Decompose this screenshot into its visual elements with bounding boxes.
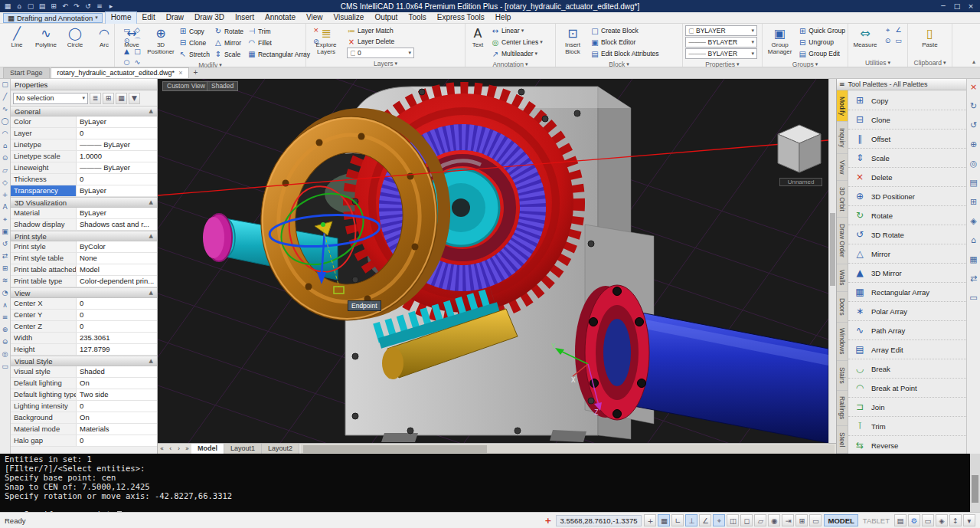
status-toggle[interactable]: ◉ xyxy=(768,514,780,526)
ribbon-button[interactable]: ◯ Circle xyxy=(60,25,90,48)
right-toolbar-icon[interactable]: ⇄ xyxy=(970,274,977,284)
ribbon-small-button[interactable]: ↔ Linear ▾ xyxy=(491,25,543,36)
palette-item[interactable]: ◡ Break xyxy=(848,359,966,379)
viewport-horizontal-scrollbar[interactable] xyxy=(301,444,835,454)
palette-item[interactable]: ⊐ Join xyxy=(848,398,966,417)
selection-dropdown[interactable]: No selection ▾ xyxy=(13,93,88,104)
property-row[interactable]: Shadow display Shadows cast and r... xyxy=(11,219,157,231)
left-toolbar-icon[interactable]: ▱ xyxy=(2,166,8,174)
quick-access-icon[interactable]: ↷ xyxy=(72,2,81,10)
ribbon-button[interactable]: ∿ Polyline xyxy=(31,25,60,48)
left-toolbar-icon[interactable]: ◯ xyxy=(1,117,8,125)
left-toolbar-icon[interactable]: ◠ xyxy=(2,130,8,137)
left-toolbar-icon[interactable]: ▣ xyxy=(2,228,8,235)
ribbon-small-button[interactable]: ◠ Fillet xyxy=(247,38,310,48)
status-icon[interactable]: ▾ xyxy=(963,514,975,526)
status-toggle[interactable]: ⊞ xyxy=(795,514,808,526)
ribbon-small-button[interactable]: ⊞ Quick Group xyxy=(798,25,845,36)
window-control-button[interactable]: ─ xyxy=(937,2,949,10)
section-header[interactable]: Print style▲ xyxy=(11,231,157,241)
ribbon-small-button[interactable]: ≔ Layer Match xyxy=(347,25,414,36)
left-toolbar-icon[interactable]: ◇ xyxy=(2,179,8,186)
palette-tab[interactable]: Draw Order xyxy=(837,218,848,264)
quick-access-icon[interactable]: ▤ xyxy=(38,2,47,10)
property-row[interactable]: Material ByLayer xyxy=(11,208,157,219)
ribbon-small-button[interactable]: ▦ Rectangular Array xyxy=(247,49,310,60)
menu-item[interactable]: Draw xyxy=(161,12,189,24)
left-toolbar-icon[interactable]: ╱ xyxy=(3,93,7,100)
status-toggle[interactable]: ⌖ xyxy=(713,514,725,526)
ribbon-button[interactable]: ╱ Line xyxy=(2,25,31,48)
ribbon-mini-button[interactable]: ⊙ xyxy=(883,36,893,46)
right-toolbar-icon[interactable]: ⌂ xyxy=(971,235,976,245)
property-row[interactable]: Lighting intensity 0 xyxy=(11,401,157,412)
text-button[interactable]: A Text xyxy=(468,25,488,48)
window-control-button[interactable]: □ xyxy=(951,2,963,10)
right-toolbar-icon[interactable]: ⊕ xyxy=(970,139,977,149)
command-console[interactable]: Entities in set: 1[FIlter/?]/<Select ent… xyxy=(0,454,980,512)
status-toggle[interactable]: ∟ xyxy=(671,514,684,526)
tab-scroll-arrow[interactable]: › xyxy=(175,445,183,452)
status-icon[interactable]: ⚙ xyxy=(908,514,920,526)
model-space-button[interactable]: MODEL xyxy=(824,514,858,526)
scrollbar-thumb[interactable] xyxy=(303,445,487,453)
tablet-button[interactable]: TABLET xyxy=(861,517,892,525)
property-row[interactable]: Transparency ByLayer xyxy=(11,185,157,197)
left-toolbar-icon[interactable]: ⌂ xyxy=(3,142,8,149)
palette-tab[interactable]: Steel xyxy=(837,426,848,454)
palette-tab[interactable]: 3D Orbit xyxy=(837,181,848,218)
ribbon-small-button[interactable]: □ Create Block xyxy=(590,25,659,36)
status-toggle[interactable]: + xyxy=(644,514,656,526)
left-toolbar-icon[interactable]: ⊞ xyxy=(2,264,8,272)
ribbon-mini-button[interactable]: ▭ xyxy=(893,36,903,46)
property-row[interactable]: Background On xyxy=(11,412,157,424)
ribbon-group-label-clipboard[interactable]: Clipboard▾ xyxy=(908,58,952,67)
menu-item[interactable]: Help xyxy=(490,12,517,24)
viewport-canvas[interactable] xyxy=(158,79,828,443)
insert-block-button[interactable]: ⊡ Insert Block xyxy=(558,25,587,55)
explore-layers-button[interactable]: ≣ Explore Layers xyxy=(309,25,344,55)
property-row[interactable]: Thickness 0 xyxy=(11,174,157,185)
layout-tab[interactable]: Layout1 xyxy=(224,444,262,454)
properties-tool-button[interactable]: ▼ xyxy=(129,93,140,104)
console-prompt-line[interactable]: Specify move point: xyxy=(5,500,975,510)
custom-view-button[interactable]: Custom View xyxy=(162,81,210,91)
palette-tab[interactable]: Inquiry xyxy=(837,122,848,154)
quick-access-icon[interactable]: ▢ xyxy=(26,2,35,10)
left-toolbar-icon[interactable]: ⌖ xyxy=(3,215,7,223)
ribbon-small-button[interactable]: × Layer Delete xyxy=(347,36,414,47)
palette-item[interactable]: ↺ 3D Rotate xyxy=(848,225,966,244)
palette-item[interactable]: ▤ Array Edit xyxy=(848,340,966,359)
group-manager-button[interactable]: ▣ Group Manager xyxy=(765,25,795,55)
paste-button[interactable]: ▯ Paste xyxy=(916,25,945,48)
ribbon-collapse-button[interactable]: ▴ xyxy=(972,58,975,65)
layout-tab[interactable]: Layout2 xyxy=(262,444,299,454)
ribbon-small-button[interactable]: ↖ Stretch xyxy=(178,49,210,60)
property-row[interactable]: Center Z 0 xyxy=(11,321,157,333)
quick-access-icon[interactable]: ≡ xyxy=(95,2,104,10)
palette-item[interactable]: ∗ Polar Array xyxy=(848,302,966,321)
property-row[interactable]: Color ByLayer xyxy=(11,116,157,128)
left-toolbar-icon[interactable]: ≡ xyxy=(2,313,8,321)
ribbon-button[interactable]: ⊕ 3D Positioner xyxy=(146,25,175,55)
right-toolbar-icon[interactable]: ▦ xyxy=(969,254,977,264)
section-header[interactable]: View▲ xyxy=(11,287,157,298)
section-header[interactable]: Visual Style▲ xyxy=(11,356,157,366)
property-row[interactable]: Default lighting type Two side xyxy=(11,389,157,401)
status-toggle[interactable]: ▭ xyxy=(809,514,822,526)
ribbon-small-button[interactable]: ↻ Rotate xyxy=(214,26,243,37)
palette-item[interactable]: ⊟ Clone xyxy=(848,110,966,130)
property-combo[interactable]: ▢ BYLAYER ▾ xyxy=(685,25,757,36)
left-toolbar-icon[interactable]: ▭ xyxy=(2,362,8,370)
status-toggle[interactable]: ⊥ xyxy=(685,514,697,526)
palette-item[interactable]: ⇕ Scale xyxy=(848,149,966,168)
view-cube[interactable] xyxy=(778,125,821,172)
menu-item[interactable]: Draw 3D xyxy=(189,12,230,24)
property-row[interactable]: Print style ByColor xyxy=(11,241,157,253)
property-row[interactable]: Visual style Shaded xyxy=(11,366,157,378)
palette-item[interactable]: ∿ Path Array xyxy=(848,321,966,340)
scrollbar-thumb[interactable] xyxy=(972,475,978,503)
left-toolbar-icon[interactable]: ∧ xyxy=(2,301,8,309)
left-toolbar-icon[interactable]: ⇄ xyxy=(2,252,8,260)
window-control-button[interactable]: × xyxy=(965,2,977,10)
